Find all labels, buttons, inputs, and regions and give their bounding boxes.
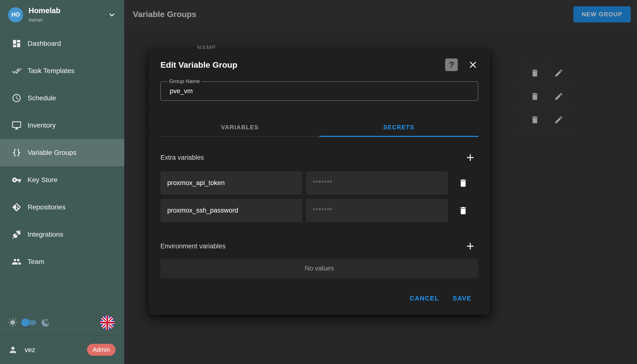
tab-variables[interactable]: VARIABLES [160,118,319,136]
extra-variables-section: Extra variables [160,152,478,163]
sidebar-item-label: Repositories [28,203,66,211]
trash-icon [458,206,468,216]
sidebar-menu: Dashboard Task Templates Schedule Invent… [0,30,124,275]
moon-icon [41,318,51,328]
sun-icon [8,318,17,327]
dialog-actions: CANCEL SAVE [160,291,478,306]
sidebar-item-label: Key Store [28,176,58,184]
save-button[interactable]: SAVE [446,291,478,306]
group-name-label: Group Name [167,78,202,84]
dialog-tabs: VARIABLES SECRETS [160,118,478,137]
plus-icon [465,152,476,163]
plus-icon [465,240,476,252]
main-area: Variable Groups NEW GROUP NAME [125,0,637,364]
help-button[interactable]: ? [445,58,458,71]
sidebar-item-task-templates[interactable]: Task Templates [0,57,124,84]
sidebar-item-label: Inventory [28,122,56,129]
connection-icon [12,230,22,239]
environment-variables-section: Environment variables [160,240,478,252]
cancel-button[interactable]: CANCEL [403,291,446,306]
sidebar: HO Homelab owner Dashboard Task Template… [0,0,125,364]
preferences-row [0,310,124,335]
sidebar-item-team[interactable]: Team [0,248,124,275]
sidebar-item-label: Integrations [28,230,63,238]
edit-variable-group-dialog: Edit Variable Group ? Group Name VARIABL… [149,49,490,314]
sidebar-footer: vez Admin [0,310,124,364]
check-all-icon [12,66,22,76]
add-environment-variable-button[interactable] [465,240,476,252]
tab-secrets[interactable]: SECRETS [319,118,478,136]
key-icon [12,175,22,185]
secret-value-input[interactable] [306,199,448,222]
code-braces-icon [12,148,22,158]
delete-secret-button[interactable] [448,206,478,216]
secret-variable-row [160,172,478,194]
secret-key-input[interactable] [160,172,302,194]
clock-icon [12,93,22,103]
workspace-name: Homelab [29,6,107,15]
dashboard-icon [12,39,22,48]
sidebar-item-inventory[interactable]: Inventory [0,112,124,139]
sidebar-item-label: Task Templates [28,67,74,75]
workspace-switcher[interactable]: HO Homelab owner [0,0,124,27]
sidebar-item-repositories[interactable]: Repositories [0,194,124,221]
sidebar-item-label: Schedule [28,94,56,102]
secret-variable-row [160,199,478,222]
sidebar-item-schedule[interactable]: Schedule [0,84,124,112]
trash-icon [458,178,468,188]
dialog-title: Edit Variable Group [160,60,238,70]
workspace-role: owner [29,17,107,23]
secret-key-input[interactable] [160,199,302,222]
add-extra-variable-button[interactable] [465,152,476,163]
group-name-input[interactable] [161,82,478,100]
sidebar-item-key-store[interactable]: Key Store [0,166,124,194]
delete-secret-button[interactable] [448,178,478,188]
secret-value-input[interactable] [306,172,448,194]
monitor-icon [12,120,22,130]
sidebar-item-label: Team [28,258,44,266]
no-values-placeholder: No values [160,258,478,278]
sidebar-item-label: Variable Groups [28,149,76,156]
workspace-avatar: HO [8,7,23,22]
group-name-field: Group Name [160,81,478,101]
extra-variables-heading: Extra variables [160,154,204,162]
close-icon[interactable] [468,60,478,70]
admin-badge: Admin [87,344,116,356]
people-icon [12,257,22,266]
sidebar-item-label: Dashboard [28,40,61,48]
chevron-down-icon [107,10,117,20]
environment-variables-heading: Environment variables [160,242,226,250]
theme-toggle[interactable] [21,318,37,327]
uk-flag-icon[interactable] [100,315,115,330]
user-profile[interactable]: vez Admin [0,335,124,364]
user-icon [8,345,18,355]
username: vez [25,346,35,354]
sidebar-item-dashboard[interactable]: Dashboard [0,30,124,57]
sidebar-item-variable-groups[interactable]: Variable Groups [0,139,124,166]
git-icon [12,202,22,212]
sidebar-item-integrations[interactable]: Integrations [0,221,124,248]
